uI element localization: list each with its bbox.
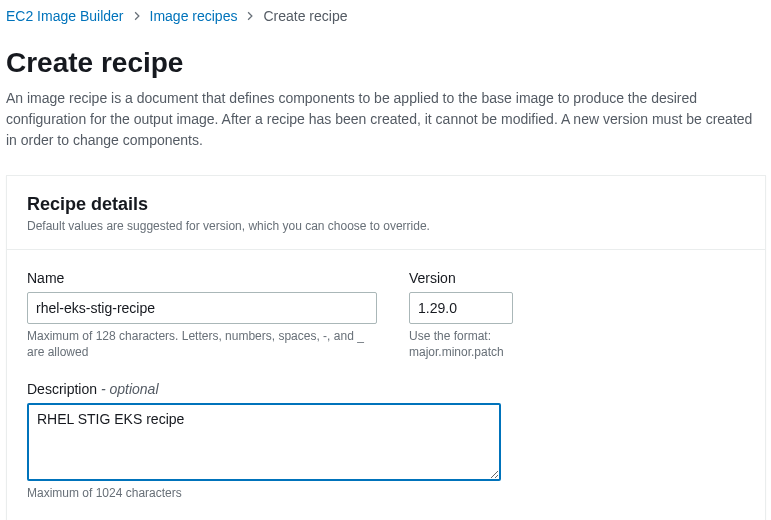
version-form-group: Version Use the format: major.minor.patc… (409, 270, 513, 362)
name-form-group: Name Maximum of 128 characters. Letters,… (27, 270, 377, 362)
description-textarea[interactable] (27, 403, 501, 481)
page-description: An image recipe is a document that defin… (6, 88, 766, 151)
breadcrumb-current: Create recipe (263, 8, 347, 24)
name-label: Name (27, 270, 377, 286)
chevron-right-icon (245, 11, 255, 21)
panel-title: Recipe details (27, 194, 745, 215)
name-hint: Maximum of 128 characters. Letters, numb… (27, 328, 377, 362)
panel-subtitle: Default values are suggested for version… (27, 219, 745, 233)
breadcrumb-level1-link[interactable]: Image recipes (150, 8, 238, 24)
description-hint: Maximum of 1024 characters (27, 485, 501, 502)
version-label: Version (409, 270, 513, 286)
description-label: Description - optional (27, 381, 501, 397)
recipe-details-panel: Recipe details Default values are sugges… (6, 175, 766, 520)
panel-header: Recipe details Default values are sugges… (7, 176, 765, 250)
description-form-group: Description - optional Maximum of 1024 c… (27, 381, 501, 502)
chevron-right-icon (132, 11, 142, 21)
name-input[interactable] (27, 292, 377, 324)
description-label-text: Description (27, 381, 97, 397)
breadcrumb-root-link[interactable]: EC2 Image Builder (6, 8, 124, 24)
version-hint: Use the format: major.minor.patch (409, 328, 513, 362)
panel-body: Name Maximum of 128 characters. Letters,… (7, 250, 765, 520)
description-optional-text: - optional (97, 381, 158, 397)
page-title: Create recipe (6, 46, 771, 80)
form-row-name-version: Name Maximum of 128 characters. Letters,… (27, 270, 745, 362)
breadcrumb: EC2 Image Builder Image recipes Create r… (6, 8, 771, 24)
version-input[interactable] (409, 292, 513, 324)
